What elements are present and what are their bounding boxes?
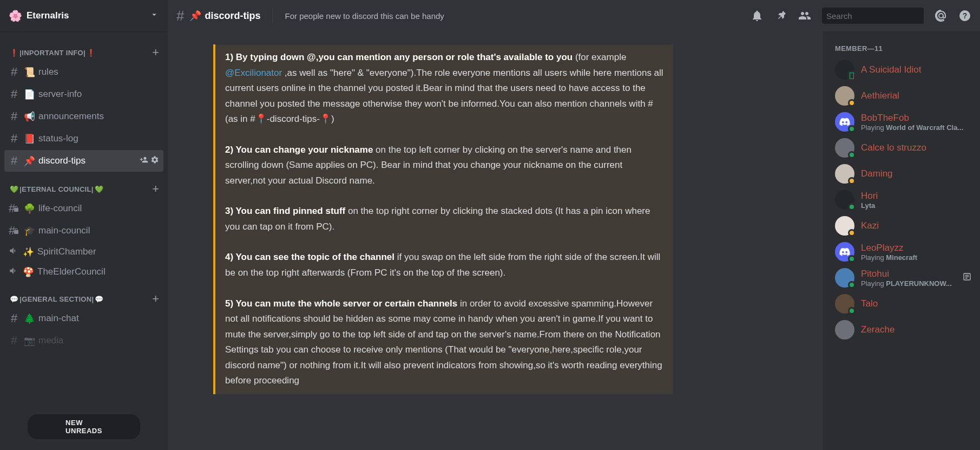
hash-icon: # [9,311,19,325]
help-icon[interactable]: ? [958,9,971,22]
channel-topic[interactable]: For people new to discord this can be ha… [285,11,444,21]
channel-item[interactable]: #📢announcements [4,106,163,127]
status-mobile-icon [848,71,856,81]
member-activity: Playing PLAYERUNKNOW... [861,279,956,288]
status-online-icon [848,255,856,263]
server-name: Eternalris [27,10,69,21]
avatar [835,112,854,132]
member-item[interactable]: A Suicidal Idiot [831,57,976,83]
channel-category[interactable]: 💬|GENERAL SECTION|💬+ [0,282,168,307]
member-item[interactable]: Zerache [831,317,976,343]
channel-emoji-icon: 📢 [24,111,35,122]
svg-rect-3 [965,275,969,276]
status-idle-icon [848,229,856,237]
member-name: Pitohui [861,269,956,279]
avatar [835,60,854,80]
speaker-icon [9,246,18,258]
avatar [835,268,854,288]
channel-label: main-council [38,225,90,236]
member-name: Kazi [861,220,971,231]
avatar [835,294,854,314]
member-name: Aethierial [861,90,971,101]
member-item[interactable]: BobTheFob Playing World of Warcraft Cla.… [831,109,976,135]
channel-emoji-icon: 📕 [24,133,35,145]
hash-icon: # [176,8,184,24]
chevron-down-icon [149,10,159,22]
divider [272,9,273,23]
tip-4-bold: 4) You can see the topic of the channel [225,252,394,262]
status-online-icon [848,307,856,315]
channel-name: discord-tips [205,10,260,22]
add-channel-icon[interactable]: + [152,182,163,196]
channel-item[interactable]: #🎓main-council [4,220,163,242]
avatar [835,86,854,106]
channel-label: status-log [38,133,78,144]
lock-icon [15,201,19,216]
member-item[interactable]: Hori Lyta [831,187,976,213]
mention[interactable]: @Excilionator [225,68,282,78]
channel-item[interactable]: 🍄TheElderCouncil [4,262,163,282]
channel-emoji-icon: 📷 [24,335,35,347]
member-item[interactable]: Daming [831,161,976,187]
status-online-icon [848,281,856,289]
hash-icon: # [9,224,19,238]
channel-item[interactable]: #🌳life-council [4,198,163,219]
add-channel-icon[interactable]: + [152,292,163,306]
avatar [835,190,854,210]
member-name: Talo [861,298,971,309]
channel-emoji-icon: 🎓 [24,225,35,237]
channel-emoji-icon: 📜 [24,67,35,78]
member-activity: Playing Minecraft [861,253,971,262]
status-online-icon [848,125,856,133]
member-item[interactable]: Calce lo struzzo [831,135,976,161]
avatar [835,320,854,340]
hash-icon: # [9,201,19,216]
member-name: Zerache [861,324,971,335]
new-unreads-pill[interactable]: NEW UNREADS [28,414,140,439]
avatar [835,242,854,262]
channel-list[interactable]: ❗|INPORTANT INFO|❗+#📜rules#📄server-info#… [0,31,168,450]
gear-icon[interactable] [150,155,159,166]
search-box[interactable] [822,8,924,24]
channel-item[interactable]: #📄server-info [4,83,163,105]
member-activity: Playing World of Warcraft Cla... [861,123,971,132]
member-item[interactable]: Pitohui Playing PLAYERUNKNOW... [831,265,976,291]
server-header[interactable]: 🌸 Eternalris [0,0,168,31]
search-input[interactable] [826,11,929,21]
mentions-icon[interactable] [935,9,948,22]
channel-emoji-icon: 📌 [24,155,35,167]
member-item[interactable]: LeoPlayzz Playing Minecraft [831,239,976,265]
channel-label: discord-tips [38,155,85,166]
channel-topbar: # 📌 discord-tips For people new to disco… [168,0,980,31]
chat-messages[interactable]: 1) By typing down @,you can mention any … [168,31,823,450]
hash-icon: # [9,65,19,79]
channel-item[interactable]: ✨SpiritChamber [4,242,163,262]
channel-item[interactable]: #📌discord-tips [4,150,163,172]
channel-item[interactable]: #📕status-log [4,128,163,149]
channel-label: TheElderCouncil [37,266,106,277]
channel-item[interactable]: #🌲main-chat [4,308,163,329]
channel-emoji-icon: 🍄 [23,266,34,278]
channel-label: server-info [38,89,82,100]
member-item[interactable]: Talo [831,291,976,317]
add-channel-icon[interactable]: + [152,45,163,60]
channel-label: main-chat [38,313,79,324]
invite-icon[interactable] [140,155,148,166]
members-header: MEMBER—11 [831,44,976,57]
channel-category[interactable]: 💚|ETERNAL COUNCIL|💚+ [0,172,168,197]
pin-icon[interactable] [774,9,787,22]
members-panel[interactable]: MEMBER—11 A Suicidal Idiot Aethierial Bo… [823,31,980,450]
members-icon[interactable] [798,9,811,22]
notifications-icon[interactable] [751,9,764,22]
tip-2-bold: 2) You can change your nickname [225,145,373,155]
channel-emoji-icon: 📄 [24,89,35,100]
channel-icon: 📌 [189,10,201,22]
member-item[interactable]: Aethierial [831,83,976,109]
svg-rect-4 [965,276,969,277]
channel-item[interactable]: #📜rules [4,61,163,83]
channel-category[interactable]: ❗|INPORTANT INFO|❗+ [0,36,168,61]
status-online-icon [848,151,856,159]
channel-sidebar: 🌸 Eternalris ❗|INPORTANT INFO|❗+#📜rules#… [0,0,168,450]
member-item[interactable]: Kazi [831,213,976,239]
channel-item[interactable]: #📷media [4,330,163,351]
